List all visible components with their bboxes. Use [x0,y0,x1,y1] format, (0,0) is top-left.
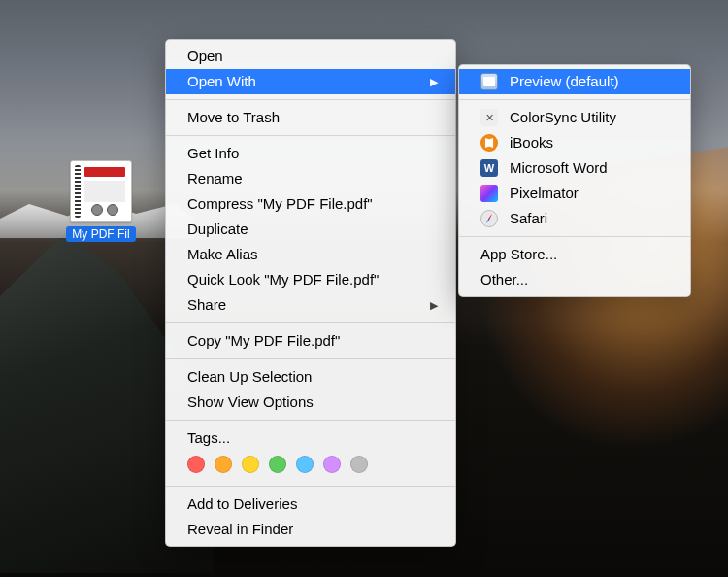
submenu-other-label: Other... [480,270,528,289]
submenu-pixelmator[interactable]: Pixelmator [459,181,690,206]
menu-getinfo-label: Get Info [187,144,239,163]
menu-share[interactable]: Share ▶ [166,292,455,318]
menu-tags-label: Tags... [187,428,230,448]
menu-get-info[interactable]: Get Info [166,141,455,166]
tag-purple[interactable] [323,456,341,473]
menu-separator [166,358,455,359]
word-app-icon [480,159,498,177]
open-with-submenu: Preview (default) ColorSync Utility iBoo… [458,64,691,297]
menu-open-with-label: Open With [187,72,256,91]
menu-separator [459,99,690,100]
submenu-safari-label: Safari [510,209,547,228]
menu-rename-label: Rename [187,169,243,188]
menu-copy-label: Copy "My PDF File.pdf" [187,331,340,351]
menu-copy[interactable]: Copy "My PDF File.pdf" [166,328,455,354]
menu-separator [166,135,455,136]
submenu-arrow-icon: ▶ [430,295,438,315]
menu-compress-label: Compress "My PDF File.pdf" [187,194,373,214]
submenu-other[interactable]: Other... [459,267,690,292]
submenu-preview-default[interactable]: Preview (default) [459,69,690,94]
menu-rename[interactable]: Rename [166,166,455,191]
tag-green[interactable] [269,456,286,473]
submenu-arrow-icon: ▶ [430,72,438,91]
menu-duplicate[interactable]: Duplicate [166,217,455,242]
desktop-background: My PDF Fil Open Open With ▶ Move to Tras… [0,0,728,577]
menu-compress[interactable]: Compress "My PDF File.pdf" [166,191,455,217]
pixelmator-app-icon [480,185,498,202]
menu-viewopts-label: Show View Options [187,392,314,412]
menu-separator [166,99,455,100]
menu-quicklook-label: Quick Look "My PDF File.pdf" [187,270,379,289]
submenu-ibooks-label: iBooks [510,133,553,153]
menu-open[interactable]: Open [166,44,455,69]
menu-trash-label: Move to Trash [187,108,280,127]
tag-blue[interactable] [296,456,314,473]
file-label: My PDF Fil [66,226,135,242]
menu-cleanup-label: Clean Up Selection [187,367,312,387]
safari-app-icon [480,210,498,227]
context-menu: Open Open With ▶ Move to Trash Get Info … [165,39,456,547]
submenu-pixelmator-label: Pixelmator [510,184,579,203]
submenu-colorsync-label: ColorSync Utility [510,108,616,127]
submenu-word[interactable]: Microsoft Word [459,155,690,181]
menu-deliveries-label: Add to Deliveries [187,494,297,514]
submenu-colorsync[interactable]: ColorSync Utility [459,105,690,130]
menu-quick-look[interactable]: Quick Look "My PDF File.pdf" [166,267,455,292]
tag-red[interactable] [187,456,205,473]
submenu-appstore-label: App Store... [480,245,557,264]
colorsync-app-icon [480,109,498,126]
ibooks-app-icon [480,134,498,152]
submenu-safari[interactable]: Safari [459,206,690,231]
menu-duplicate-label: Duplicate [187,220,248,239]
submenu-preview-label: Preview (default) [510,72,619,91]
menu-separator [166,486,455,487]
submenu-app-store[interactable]: App Store... [459,242,690,267]
submenu-ibooks[interactable]: iBooks [459,130,690,155]
menu-move-to-trash[interactable]: Move to Trash [166,105,455,130]
menu-add-to-deliveries[interactable]: Add to Deliveries [166,492,455,517]
menu-open-with[interactable]: Open With ▶ [166,69,455,94]
menu-separator [166,420,455,421]
desktop-file[interactable]: My PDF Fil [63,160,139,245]
menu-share-label: Share [187,295,226,315]
tag-yellow[interactable] [242,456,259,473]
menu-make-alias[interactable]: Make Alias [166,242,455,267]
menu-tags[interactable]: Tags... [166,425,455,451]
preview-app-icon [480,73,498,90]
pdf-file-icon [70,160,132,222]
submenu-word-label: Microsoft Word [510,158,608,178]
tag-color-row [166,451,455,481]
menu-alias-label: Make Alias [187,245,258,264]
menu-separator [166,322,455,323]
menu-separator [459,236,690,237]
menu-reveal-in-finder[interactable]: Reveal in Finder [166,517,455,542]
menu-open-label: Open [187,47,223,66]
menu-view-options[interactable]: Show View Options [166,390,455,415]
menu-reveal-label: Reveal in Finder [187,520,293,539]
tag-gray[interactable] [350,456,368,473]
tag-orange[interactable] [215,456,232,473]
menu-clean-up[interactable]: Clean Up Selection [166,364,455,390]
